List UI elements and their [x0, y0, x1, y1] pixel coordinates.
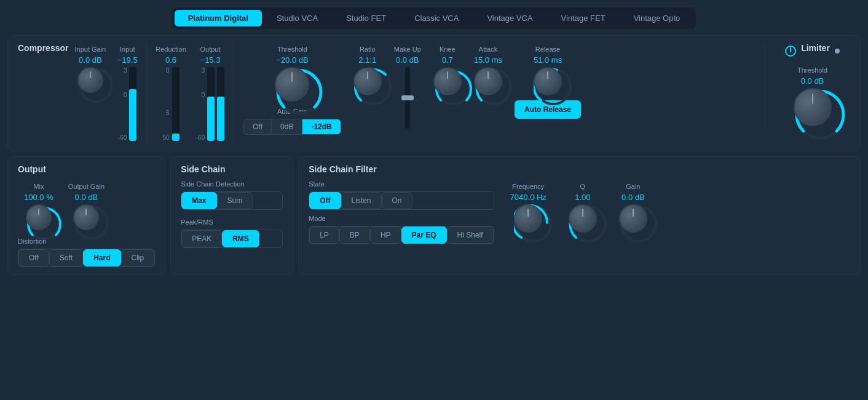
limiter-power-button[interactable]: [785, 46, 796, 57]
distortion-hard[interactable]: Hard: [83, 249, 120, 266]
auto-gain-off[interactable]: Off: [244, 119, 272, 134]
reduction-meter: Reduction 0.6 0 6 50: [151, 43, 191, 143]
auto-gain-12db[interactable]: -12dB: [302, 119, 340, 134]
q-label: Q: [580, 183, 586, 190]
limiter-title: Limiter: [801, 43, 830, 53]
distortion-off[interactable]: Off: [18, 249, 49, 266]
output-gain-knob[interactable]: [73, 204, 99, 230]
output-meter: Output −15.3 3 0 -60: [191, 43, 229, 143]
attack-control: Attack 15.0 ms: [468, 43, 508, 98]
state-on[interactable]: On: [382, 192, 412, 209]
filter-gain-control: Gain 0.0 dB: [613, 180, 653, 235]
q-knob[interactable]: [569, 204, 597, 233]
mix-knob[interactable]: [26, 204, 52, 230]
mode-hp[interactable]: HP: [370, 226, 401, 244]
peak-rms-label: Peak/RMS: [181, 218, 283, 226]
makeup-value: 0.0 dB: [396, 55, 419, 65]
attack-knob[interactable]: [474, 67, 502, 95]
input-gain-knob[interactable]: [77, 67, 103, 93]
ratio-control: Ratio 2.1:1: [347, 43, 388, 98]
output-knobs: Mix 100.0 % Output Gain 0.: [18, 180, 155, 233]
limiter-section: Limiter Threshold 0.0 dB: [764, 43, 850, 129]
threshold-label: Threshold: [277, 46, 307, 53]
threshold-value: −20.0 dB: [276, 55, 308, 65]
compressor-title: Compressor: [18, 43, 68, 53]
mix-control: Mix 100.0 %: [18, 180, 60, 233]
limiter-threshold-control: Threshold 0.0 dB: [787, 64, 838, 129]
limiter-threshold-knob[interactable]: [794, 88, 832, 126]
state-off[interactable]: Off: [309, 192, 341, 209]
output-bar-right: [217, 67, 224, 141]
sidechain-detection-label: Side Chain Detection: [181, 180, 283, 188]
filter-gain-knob[interactable]: [619, 204, 647, 233]
auto-gain-buttons: Off 0dB -12dB: [243, 119, 341, 135]
distortion-clip[interactable]: Clip: [121, 249, 155, 266]
rms-button[interactable]: RMS: [222, 230, 259, 247]
auto-gain-label: Auto Gain: [277, 108, 307, 115]
auto-gain-group: Auto Gain Off 0dB -12dB: [243, 108, 341, 135]
input-meter-scale: 3 0 -60: [118, 67, 127, 141]
tab-studio-vca[interactable]: Studio VCA: [263, 10, 331, 26]
threshold-knob[interactable]: [275, 67, 309, 102]
makeup-slider[interactable]: [405, 67, 410, 129]
knee-knob[interactable]: [433, 67, 462, 95]
sidechain-sum[interactable]: Sum: [217, 192, 253, 209]
tab-classic-vca[interactable]: Classic VCA: [401, 10, 472, 26]
q-value: 1.00: [575, 193, 590, 202]
limiter-led: [835, 49, 840, 54]
knee-control: Knee 0.7: [427, 43, 468, 98]
mode-bp[interactable]: BP: [339, 226, 370, 244]
release-knob[interactable]: [534, 67, 562, 95]
release-control: Release 51.0 ms Auto Release: [508, 43, 587, 121]
tab-vintage-fet[interactable]: Vintage FET: [548, 10, 619, 26]
state-group: State Off Listen On: [309, 180, 494, 210]
auto-gain-0db[interactable]: 0dB: [272, 119, 302, 134]
sidechain-filter-panel: Side Chain Filter State Off Listen On: [298, 156, 861, 275]
sidechain-panel: Side Chain Side Chain Detection Max Sum …: [170, 156, 293, 275]
mode-hishelf[interactable]: Hi Shelf: [447, 226, 494, 244]
tab-vintage-opto[interactable]: Vintage Opto: [620, 10, 694, 26]
threshold-control: Threshold −20.0 dB Auto Gain Off: [237, 43, 347, 137]
tab-studio-fet[interactable]: Studio FET: [333, 10, 400, 26]
mix-value: 100.0 %: [24, 193, 53, 202]
frequency-value: 7040.0 Hz: [510, 193, 546, 202]
mode-lp[interactable]: LP: [309, 226, 339, 244]
limiter-threshold-label: Threshold: [797, 66, 827, 74]
distortion-soft[interactable]: Soft: [49, 249, 83, 266]
peak-button[interactable]: PEAK: [181, 230, 222, 247]
input-meter-label: Input: [120, 46, 135, 53]
reduction-label: Reduction: [156, 46, 186, 53]
frequency-knob[interactable]: [514, 204, 542, 233]
bottom-row: Output Mix 100.0 %: [7, 156, 861, 275]
q-control: Q 1.00: [562, 180, 603, 235]
ratio-label: Ratio: [360, 46, 376, 53]
sidechain-detection-buttons: Max Sum: [181, 191, 283, 210]
mode-pareq[interactable]: Par EQ: [401, 226, 447, 244]
output-meter-value: −15.3: [200, 55, 221, 65]
mode-buttons: LP BP HP Par EQ Hi Shelf: [309, 226, 494, 244]
input-meter-value: −19.5: [117, 55, 138, 65]
filter-state-mode: State Off Listen On Mode LP BP: [309, 180, 494, 244]
distortion-buttons: Off Soft Hard Clip: [18, 249, 155, 267]
output-title: Output: [18, 164, 155, 174]
state-label: State: [309, 180, 494, 188]
input-gain-control: Input Gain 0.0 dB: [68, 43, 112, 95]
makeup-label: Make Up: [394, 46, 421, 53]
auto-release-button[interactable]: Auto Release: [515, 100, 581, 119]
frequency-label: Frequency: [512, 183, 544, 190]
ratio-knob[interactable]: [353, 67, 382, 95]
output-gain-value: 0.0 dB: [75, 193, 98, 202]
compressor-controls: Input Gain 0.0 dB Input −19.5: [68, 43, 759, 143]
makeup-control: Make Up 0.0 dB: [388, 43, 427, 131]
state-listen[interactable]: Listen: [341, 192, 382, 209]
reduction-scale: 0 6 50: [162, 67, 169, 141]
output-panel: Output Mix 100.0 %: [7, 156, 165, 275]
output-scale: 3 0 -60: [196, 67, 205, 141]
sidechain-title: Side Chain: [181, 164, 283, 174]
tab-vintage-vca[interactable]: Vintage VCA: [473, 10, 546, 26]
state-buttons: Off Listen On: [309, 191, 494, 210]
output-meter-label: Output: [200, 46, 220, 53]
sidechain-max[interactable]: Max: [181, 192, 216, 209]
panels: Compressor Input Gain 0.0 dB: [7, 35, 861, 393]
tab-platinum-digital[interactable]: Platinum Digital: [175, 10, 262, 26]
